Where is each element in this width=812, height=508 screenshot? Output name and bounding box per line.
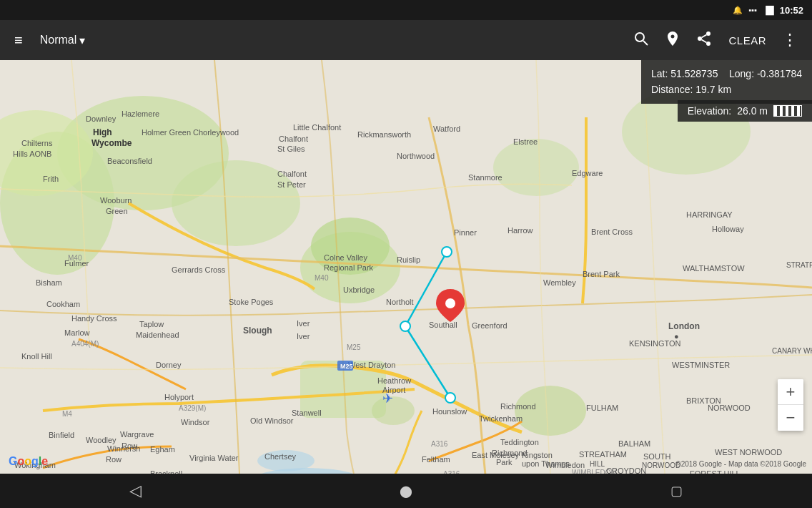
svg-text:St Giles: St Giles <box>277 145 305 153</box>
svg-text:Kingston: Kingston <box>522 451 553 459</box>
svg-text:Taplow: Taplow <box>139 320 164 328</box>
svg-line-5 <box>702 39 707 42</box>
svg-text:Rickmansworth: Rickmansworth <box>357 130 411 139</box>
home-button[interactable]: ⬤ <box>371 479 441 504</box>
svg-point-4 <box>706 41 710 46</box>
map-copyright: ©2018 Google - Map data ©2018 Google <box>675 460 806 468</box>
svg-point-139 <box>445 393 455 403</box>
svg-text:KENSINGTON: KENSINGTON <box>629 339 681 348</box>
status-bar: 🔔 ▪▪▪ ▐█ 10:52 <box>0 0 812 20</box>
google-logo-g2: g <box>31 455 39 467</box>
recents-button[interactable]: ▢ <box>642 477 711 504</box>
long-value: -0.381784 <box>757 68 802 79</box>
svg-text:NORWOOD: NORWOOD <box>642 461 680 469</box>
svg-text:CROYDON: CROYDON <box>606 467 646 474</box>
svg-text:Stanmore: Stanmore <box>468 173 502 182</box>
svg-text:Old Windsor: Old Windsor <box>250 416 294 425</box>
distance-line: Distance: 19.7 km <box>651 82 802 97</box>
svg-text:Colne Valley: Colne Valley <box>324 253 367 262</box>
svg-text:HILL: HILL <box>590 460 605 468</box>
svg-text:Row: Row <box>106 455 122 464</box>
svg-text:●: ● <box>674 332 679 341</box>
svg-text:Wembley: Wembley <box>543 278 576 287</box>
battery-icon: ▐█ <box>763 6 774 14</box>
svg-text:NORWOOD: NORWOOD <box>708 404 751 412</box>
svg-text:London: London <box>668 321 700 331</box>
svg-text:M25: M25 <box>340 363 353 370</box>
elevation-overlay: Elevation: 26.0 m <box>678 100 812 122</box>
back-icon: ◁ <box>129 482 142 500</box>
notification-icon: 🔔 <box>733 6 743 15</box>
svg-text:WESTMINSTER: WESTMINSTER <box>672 361 730 369</box>
svg-text:WEST NORWOOD: WEST NORWOOD <box>715 448 782 456</box>
more-options-button[interactable]: ⋮ <box>776 25 803 55</box>
nav-bar: ◁ ⬤ ▢ <box>0 474 812 508</box>
svg-text:East Molesey: East Molesey <box>472 451 520 459</box>
zoom-out-button[interactable]: − <box>778 405 803 431</box>
svg-text:CANARY WHARF: CANARY WHARF <box>772 347 812 355</box>
distance-value: 19.7 km <box>695 84 731 95</box>
svg-text:Chertsey: Chertsey <box>264 452 297 461</box>
info-overlay: Lat: 51.528735 Long: -0.381784 Distance:… <box>641 60 812 104</box>
svg-text:Hills AONB: Hills AONB <box>13 150 51 158</box>
svg-text:Wargrave: Wargrave <box>120 430 154 439</box>
svg-text:M4: M4 <box>62 410 72 418</box>
svg-text:Holmer Green: Holmer Green <box>142 128 191 137</box>
svg-text:Hounslow: Hounslow <box>432 407 467 416</box>
svg-text:A316: A316 <box>443 470 460 474</box>
share-button[interactable] <box>690 24 718 57</box>
svg-text:Slough: Slough <box>243 326 272 336</box>
search-button[interactable] <box>627 24 655 57</box>
waypoint-button[interactable] <box>658 24 687 57</box>
zoom-controls: + − <box>778 379 803 431</box>
svg-text:Woodley: Woodley <box>86 436 117 444</box>
signal-icon: ▪▪▪ <box>748 6 757 14</box>
svg-text:Regional Park: Regional Park <box>324 263 374 272</box>
svg-text:Edgware: Edgware <box>572 169 603 177</box>
svg-text:Stanwell: Stanwell <box>292 409 322 417</box>
svg-text:STRATFORD: STRATFORD <box>786 261 812 269</box>
svg-text:Teddington: Teddington <box>500 438 539 446</box>
svg-point-3 <box>698 36 702 41</box>
svg-text:BALHAM: BALHAM <box>618 439 650 448</box>
svg-text:Harrow: Harrow <box>508 226 533 235</box>
zoom-in-button[interactable]: + <box>778 379 803 405</box>
svg-line-1 <box>643 41 648 45</box>
menu-icon: ≡ <box>14 32 23 49</box>
svg-text:Chorleywood: Chorleywood <box>193 128 239 137</box>
back-button[interactable]: ◁ <box>101 476 170 506</box>
google-logo-e: e <box>41 455 48 467</box>
svg-text:Ruislip: Ruislip <box>397 255 420 264</box>
svg-text:Egham: Egham <box>150 445 175 454</box>
svg-text:Hazlemere: Hazlemere <box>122 109 159 118</box>
search-icon <box>633 30 650 51</box>
svg-text:HARRINGAY: HARRINGAY <box>686 210 733 219</box>
svg-text:Feltham: Feltham <box>422 455 450 464</box>
svg-text:WALTHAMSTOW: WALTHAMSTOW <box>683 264 745 273</box>
svg-point-18 <box>372 396 415 425</box>
svg-text:Row: Row <box>122 441 137 450</box>
svg-text:Dorney: Dorney <box>156 361 182 369</box>
clear-button[interactable]: CLEAR <box>721 30 773 51</box>
map-background: Chilterns Hills AONB High Wycombe Little… <box>0 60 812 474</box>
svg-text:Marlow: Marlow <box>64 328 90 337</box>
svg-text:SOUTH: SOUTH <box>643 452 671 461</box>
svg-point-2 <box>706 31 710 36</box>
svg-text:Northwood: Northwood <box>397 152 435 160</box>
map-type-selector[interactable]: Normal ▾ <box>34 31 91 50</box>
svg-line-6 <box>702 34 707 37</box>
svg-text:Holyport: Holyport <box>164 393 194 401</box>
svg-text:M25: M25 <box>347 343 361 351</box>
svg-text:Iver: Iver <box>297 319 310 328</box>
svg-text:Stoke Poges: Stoke Poges <box>229 298 274 306</box>
svg-text:Northolt: Northolt <box>386 298 414 306</box>
svg-text:Little Chalfont: Little Chalfont <box>293 123 341 132</box>
svg-text:Richmond: Richmond <box>500 402 536 411</box>
map-container[interactable]: Chilterns Hills AONB High Wycombe Little… <box>0 60 812 474</box>
google-logo: Google <box>9 455 48 468</box>
menu-button[interactable]: ≡ <box>9 26 29 54</box>
svg-text:M40: M40 <box>315 274 329 282</box>
toolbar: ≡ Normal ▾ <box>0 20 812 60</box>
svg-text:Binfield: Binfield <box>49 431 74 439</box>
svg-text:Twickenham: Twickenham <box>479 414 523 423</box>
